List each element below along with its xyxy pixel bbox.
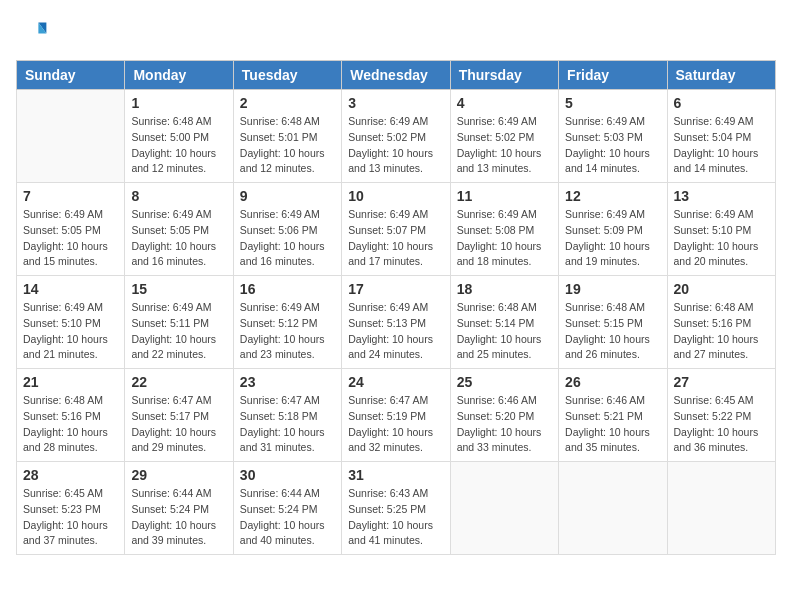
day-info: Sunrise: 6:47 AMSunset: 5:18 PMDaylight:… <box>240 393 335 456</box>
calendar-cell: 29Sunrise: 6:44 AMSunset: 5:24 PMDayligh… <box>125 462 233 555</box>
day-number: 21 <box>23 374 118 390</box>
logo <box>16 16 52 48</box>
day-info: Sunrise: 6:49 AMSunset: 5:10 PMDaylight:… <box>23 300 118 363</box>
calendar-cell: 24Sunrise: 6:47 AMSunset: 5:19 PMDayligh… <box>342 369 450 462</box>
day-info: Sunrise: 6:48 AMSunset: 5:00 PMDaylight:… <box>131 114 226 177</box>
day-number: 7 <box>23 188 118 204</box>
calendar-cell: 6Sunrise: 6:49 AMSunset: 5:04 PMDaylight… <box>667 90 775 183</box>
calendar-cell: 20Sunrise: 6:48 AMSunset: 5:16 PMDayligh… <box>667 276 775 369</box>
calendar-cell: 11Sunrise: 6:49 AMSunset: 5:08 PMDayligh… <box>450 183 558 276</box>
day-info: Sunrise: 6:47 AMSunset: 5:17 PMDaylight:… <box>131 393 226 456</box>
calendar-cell: 15Sunrise: 6:49 AMSunset: 5:11 PMDayligh… <box>125 276 233 369</box>
calendar-cell: 25Sunrise: 6:46 AMSunset: 5:20 PMDayligh… <box>450 369 558 462</box>
calendar-cell: 31Sunrise: 6:43 AMSunset: 5:25 PMDayligh… <box>342 462 450 555</box>
col-header-friday: Friday <box>559 61 667 90</box>
day-info: Sunrise: 6:44 AMSunset: 5:24 PMDaylight:… <box>240 486 335 549</box>
day-info: Sunrise: 6:48 AMSunset: 5:15 PMDaylight:… <box>565 300 660 363</box>
week-row-1: 1Sunrise: 6:48 AMSunset: 5:00 PMDaylight… <box>17 90 776 183</box>
week-row-4: 21Sunrise: 6:48 AMSunset: 5:16 PMDayligh… <box>17 369 776 462</box>
day-number: 12 <box>565 188 660 204</box>
day-number: 11 <box>457 188 552 204</box>
day-number: 14 <box>23 281 118 297</box>
day-number: 3 <box>348 95 443 111</box>
day-info: Sunrise: 6:48 AMSunset: 5:16 PMDaylight:… <box>674 300 769 363</box>
calendar-cell: 12Sunrise: 6:49 AMSunset: 5:09 PMDayligh… <box>559 183 667 276</box>
calendar-cell: 2Sunrise: 6:48 AMSunset: 5:01 PMDaylight… <box>233 90 341 183</box>
day-info: Sunrise: 6:49 AMSunset: 5:05 PMDaylight:… <box>23 207 118 270</box>
day-info: Sunrise: 6:49 AMSunset: 5:02 PMDaylight:… <box>457 114 552 177</box>
day-number: 24 <box>348 374 443 390</box>
day-number: 28 <box>23 467 118 483</box>
day-number: 19 <box>565 281 660 297</box>
page-header <box>16 16 776 48</box>
calendar-cell: 28Sunrise: 6:45 AMSunset: 5:23 PMDayligh… <box>17 462 125 555</box>
calendar-cell <box>450 462 558 555</box>
day-number: 29 <box>131 467 226 483</box>
day-number: 2 <box>240 95 335 111</box>
calendar-cell: 8Sunrise: 6:49 AMSunset: 5:05 PMDaylight… <box>125 183 233 276</box>
calendar-cell: 4Sunrise: 6:49 AMSunset: 5:02 PMDaylight… <box>450 90 558 183</box>
day-number: 27 <box>674 374 769 390</box>
day-info: Sunrise: 6:48 AMSunset: 5:14 PMDaylight:… <box>457 300 552 363</box>
day-number: 5 <box>565 95 660 111</box>
calendar-cell: 18Sunrise: 6:48 AMSunset: 5:14 PMDayligh… <box>450 276 558 369</box>
day-info: Sunrise: 6:45 AMSunset: 5:22 PMDaylight:… <box>674 393 769 456</box>
calendar-cell: 5Sunrise: 6:49 AMSunset: 5:03 PMDaylight… <box>559 90 667 183</box>
day-number: 20 <box>674 281 769 297</box>
week-row-3: 14Sunrise: 6:49 AMSunset: 5:10 PMDayligh… <box>17 276 776 369</box>
day-info: Sunrise: 6:44 AMSunset: 5:24 PMDaylight:… <box>131 486 226 549</box>
calendar-cell: 21Sunrise: 6:48 AMSunset: 5:16 PMDayligh… <box>17 369 125 462</box>
day-number: 31 <box>348 467 443 483</box>
calendar-cell: 7Sunrise: 6:49 AMSunset: 5:05 PMDaylight… <box>17 183 125 276</box>
day-info: Sunrise: 6:49 AMSunset: 5:11 PMDaylight:… <box>131 300 226 363</box>
calendar-cell <box>17 90 125 183</box>
day-number: 17 <box>348 281 443 297</box>
day-number: 22 <box>131 374 226 390</box>
day-info: Sunrise: 6:48 AMSunset: 5:16 PMDaylight:… <box>23 393 118 456</box>
calendar-cell: 22Sunrise: 6:47 AMSunset: 5:17 PMDayligh… <box>125 369 233 462</box>
calendar-cell: 23Sunrise: 6:47 AMSunset: 5:18 PMDayligh… <box>233 369 341 462</box>
day-info: Sunrise: 6:49 AMSunset: 5:12 PMDaylight:… <box>240 300 335 363</box>
day-number: 1 <box>131 95 226 111</box>
calendar-cell: 9Sunrise: 6:49 AMSunset: 5:06 PMDaylight… <box>233 183 341 276</box>
calendar-cell: 27Sunrise: 6:45 AMSunset: 5:22 PMDayligh… <box>667 369 775 462</box>
week-row-2: 7Sunrise: 6:49 AMSunset: 5:05 PMDaylight… <box>17 183 776 276</box>
day-number: 18 <box>457 281 552 297</box>
day-info: Sunrise: 6:49 AMSunset: 5:08 PMDaylight:… <box>457 207 552 270</box>
day-number: 4 <box>457 95 552 111</box>
day-info: Sunrise: 6:48 AMSunset: 5:01 PMDaylight:… <box>240 114 335 177</box>
day-number: 10 <box>348 188 443 204</box>
calendar-cell <box>559 462 667 555</box>
calendar-cell: 13Sunrise: 6:49 AMSunset: 5:10 PMDayligh… <box>667 183 775 276</box>
day-number: 13 <box>674 188 769 204</box>
day-number: 15 <box>131 281 226 297</box>
calendar-cell <box>667 462 775 555</box>
day-info: Sunrise: 6:49 AMSunset: 5:10 PMDaylight:… <box>674 207 769 270</box>
day-info: Sunrise: 6:49 AMSunset: 5:04 PMDaylight:… <box>674 114 769 177</box>
col-header-wednesday: Wednesday <box>342 61 450 90</box>
col-header-thursday: Thursday <box>450 61 558 90</box>
calendar-cell: 17Sunrise: 6:49 AMSunset: 5:13 PMDayligh… <box>342 276 450 369</box>
day-number: 23 <box>240 374 335 390</box>
day-number: 9 <box>240 188 335 204</box>
day-info: Sunrise: 6:49 AMSunset: 5:09 PMDaylight:… <box>565 207 660 270</box>
calendar-header-row: SundayMondayTuesdayWednesdayThursdayFrid… <box>17 61 776 90</box>
logo-icon <box>16 16 48 48</box>
calendar-cell: 10Sunrise: 6:49 AMSunset: 5:07 PMDayligh… <box>342 183 450 276</box>
calendar-cell: 1Sunrise: 6:48 AMSunset: 5:00 PMDaylight… <box>125 90 233 183</box>
day-number: 16 <box>240 281 335 297</box>
day-info: Sunrise: 6:49 AMSunset: 5:07 PMDaylight:… <box>348 207 443 270</box>
day-info: Sunrise: 6:49 AMSunset: 5:13 PMDaylight:… <box>348 300 443 363</box>
calendar-cell: 14Sunrise: 6:49 AMSunset: 5:10 PMDayligh… <box>17 276 125 369</box>
day-info: Sunrise: 6:46 AMSunset: 5:20 PMDaylight:… <box>457 393 552 456</box>
day-info: Sunrise: 6:43 AMSunset: 5:25 PMDaylight:… <box>348 486 443 549</box>
calendar-cell: 3Sunrise: 6:49 AMSunset: 5:02 PMDaylight… <box>342 90 450 183</box>
day-number: 6 <box>674 95 769 111</box>
day-info: Sunrise: 6:49 AMSunset: 5:03 PMDaylight:… <box>565 114 660 177</box>
col-header-sunday: Sunday <box>17 61 125 90</box>
day-info: Sunrise: 6:45 AMSunset: 5:23 PMDaylight:… <box>23 486 118 549</box>
day-number: 26 <box>565 374 660 390</box>
day-number: 8 <box>131 188 226 204</box>
week-row-5: 28Sunrise: 6:45 AMSunset: 5:23 PMDayligh… <box>17 462 776 555</box>
col-header-saturday: Saturday <box>667 61 775 90</box>
